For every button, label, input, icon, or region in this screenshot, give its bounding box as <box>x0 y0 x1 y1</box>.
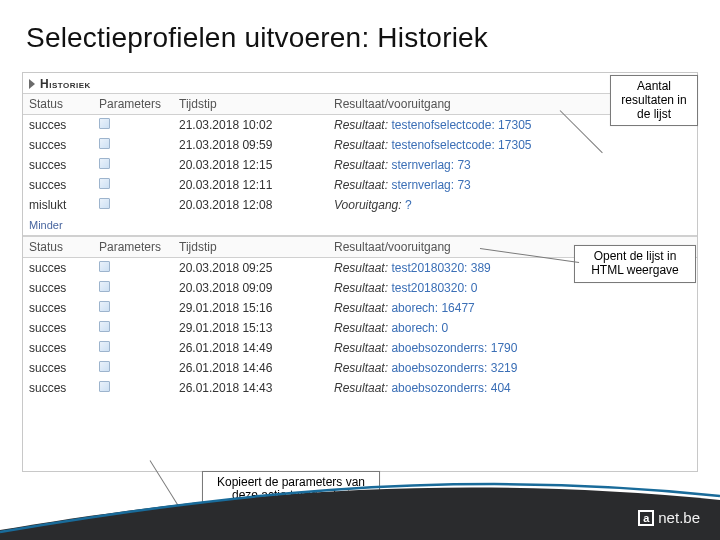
copy-params-icon[interactable] <box>99 321 110 332</box>
col-status: Status <box>23 94 93 115</box>
brand: a net.be <box>638 509 700 526</box>
cell-parameters <box>93 155 173 175</box>
result-link[interactable]: testenofselectcode: 17305 <box>391 138 531 152</box>
cell-status: succes <box>23 175 93 195</box>
cell-result: Resultaat: aboebsozonderrs: 1790 <box>328 338 697 358</box>
copy-params-icon[interactable] <box>99 301 110 312</box>
cell-result: Resultaat: sternverlag: 73 <box>328 155 697 175</box>
result-link[interactable]: test20180320: 0 <box>391 281 477 295</box>
cell-result: Resultaat: sternverlag: 73 <box>328 175 697 195</box>
historiek-header: Historiek <box>23 73 697 93</box>
copy-params-icon[interactable] <box>99 198 110 209</box>
cell-status: succes <box>23 135 93 155</box>
copy-params-icon[interactable] <box>99 281 110 292</box>
cell-tijdstip: 26.01.2018 14:43 <box>173 378 328 398</box>
copy-params-icon[interactable] <box>99 341 110 352</box>
cell-tijdstip: 20.03.2018 09:25 <box>173 258 328 279</box>
cell-result: Resultaat: aborech: 16477 <box>328 298 697 318</box>
result-link[interactable]: sternverlag: 73 <box>391 178 470 192</box>
table-row: succes21.03.2018 10:02Resultaat: testeno… <box>23 115 697 136</box>
col-tijdstip: Tijdstip <box>173 94 328 115</box>
cell-parameters <box>93 318 173 338</box>
cell-status: succes <box>23 318 93 338</box>
copy-params-icon[interactable] <box>99 138 110 149</box>
result-link[interactable]: ? <box>405 198 412 212</box>
result-label: Resultaat: <box>334 178 391 192</box>
cell-tijdstip: 20.03.2018 12:08 <box>173 195 328 215</box>
historiek-table-top: Status Parameters Tijdstip Resultaat/voo… <box>23 93 697 215</box>
cell-parameters <box>93 195 173 215</box>
result-link[interactable]: sternverlag: 73 <box>391 158 470 172</box>
result-label: Resultaat: <box>334 341 391 355</box>
expand-icon <box>29 79 35 89</box>
cell-result: Resultaat: aboebsozonderrs: 404 <box>328 378 697 398</box>
cell-tijdstip: 29.01.2018 15:16 <box>173 298 328 318</box>
cell-parameters <box>93 338 173 358</box>
col-tijdstip: Tijdstip <box>173 237 328 258</box>
result-link[interactable]: aboebsozonderrs: 1790 <box>391 341 517 355</box>
cell-status: succes <box>23 278 93 298</box>
cell-status: succes <box>23 115 93 136</box>
cell-parameters <box>93 175 173 195</box>
result-label: Resultaat: <box>334 321 391 335</box>
cell-status: succes <box>23 155 93 175</box>
result-label: Vooruitgang: <box>334 198 405 212</box>
cell-status: succes <box>23 258 93 279</box>
cell-tijdstip: 21.03.2018 09:59 <box>173 135 328 155</box>
result-link[interactable]: aboebsozonderrs: 3219 <box>391 361 517 375</box>
result-link[interactable]: aboebsozonderrs: 404 <box>391 381 510 395</box>
table-row: succes29.01.2018 15:16Resultaat: aborech… <box>23 298 697 318</box>
brand-a-icon: a <box>638 510 654 526</box>
cell-parameters <box>93 358 173 378</box>
result-link[interactable]: test20180320: 389 <box>391 261 490 275</box>
footer-swoosh <box>0 470 720 540</box>
table-row: succes20.03.2018 12:15Resultaat: sternve… <box>23 155 697 175</box>
result-link[interactable]: aborech: 0 <box>391 321 448 335</box>
cell-status: succes <box>23 298 93 318</box>
minder-link[interactable]: Minder <box>23 215 697 235</box>
cell-tijdstip: 29.01.2018 15:13 <box>173 318 328 338</box>
table-row: succes29.01.2018 15:13Resultaat: aborech… <box>23 318 697 338</box>
result-label: Resultaat: <box>334 158 391 172</box>
col-parameters: Parameters <box>93 237 173 258</box>
cell-tijdstip: 20.03.2018 12:11 <box>173 175 328 195</box>
cell-tijdstip: 21.03.2018 10:02 <box>173 115 328 136</box>
copy-params-icon[interactable] <box>99 361 110 372</box>
col-status: Status <box>23 237 93 258</box>
brand-text: net.be <box>658 509 700 526</box>
cell-result: Resultaat: testenofselectcode: 17305 <box>328 135 697 155</box>
cell-result: Resultaat: aboebsozonderrs: 3219 <box>328 358 697 378</box>
cell-parameters <box>93 135 173 155</box>
copy-params-icon[interactable] <box>99 381 110 392</box>
cell-parameters <box>93 298 173 318</box>
cell-tijdstip: 20.03.2018 12:15 <box>173 155 328 175</box>
cell-status: mislukt <box>23 195 93 215</box>
table-row: succes26.01.2018 14:49Resultaat: aboebso… <box>23 338 697 358</box>
callout-open-html: Opent de lijst in HTML weergave <box>574 245 696 283</box>
result-label: Resultaat: <box>334 381 391 395</box>
table-row: succes20.03.2018 12:11Resultaat: sternve… <box>23 175 697 195</box>
cell-status: succes <box>23 378 93 398</box>
cell-tijdstip: 26.01.2018 14:46 <box>173 358 328 378</box>
result-label: Resultaat: <box>334 138 391 152</box>
historiek-label: Historiek <box>40 77 91 91</box>
result-label: Resultaat: <box>334 261 391 275</box>
copy-params-icon[interactable] <box>99 118 110 129</box>
copy-params-icon[interactable] <box>99 261 110 272</box>
cell-tijdstip: 26.01.2018 14:49 <box>173 338 328 358</box>
page-title: Selectieprofielen uitvoeren: Historiek <box>26 22 488 54</box>
cell-parameters <box>93 278 173 298</box>
copy-params-icon[interactable] <box>99 178 110 189</box>
cell-status: succes <box>23 358 93 378</box>
cell-parameters <box>93 258 173 279</box>
result-label: Resultaat: <box>334 118 391 132</box>
table-row: succes26.01.2018 14:43Resultaat: aboebso… <box>23 378 697 398</box>
result-label: Resultaat: <box>334 281 391 295</box>
cell-parameters <box>93 115 173 136</box>
callout-result-count: Aantal resultaten in de lijst <box>610 75 698 126</box>
table-row: mislukt20.03.2018 12:08Vooruitgang: ? <box>23 195 697 215</box>
cell-result: Vooruitgang: ? <box>328 195 697 215</box>
copy-params-icon[interactable] <box>99 158 110 169</box>
result-link[interactable]: aborech: 16477 <box>391 301 474 315</box>
result-link[interactable]: testenofselectcode: 17305 <box>391 118 531 132</box>
